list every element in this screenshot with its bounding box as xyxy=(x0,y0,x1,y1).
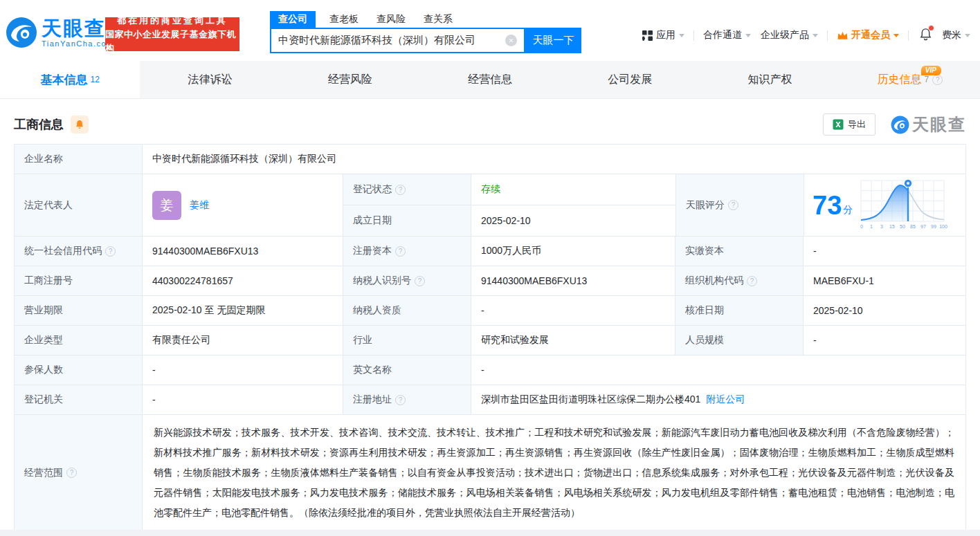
tab-operating-risk[interactable]: 经营风险 xyxy=(280,61,420,98)
help-icon[interactable] xyxy=(932,75,943,85)
search-input-wrap xyxy=(270,28,525,53)
chevron-down-icon xyxy=(745,34,751,37)
table-row: 统一社会信用代码 91440300MAEB6FXU13 注册资本 1000万人民… xyxy=(15,237,965,266)
tianyan-score-cell: 73 分 xyxy=(804,174,965,236)
table-row: 企业名称 中资时代新能源循环科技（深圳）有限公司 xyxy=(15,145,965,174)
svg-text:97: 97 xyxy=(920,224,926,229)
field-label: 登记机关 xyxy=(15,385,143,414)
tab-history-info[interactable]: VIP 历史信息 7 xyxy=(840,61,980,98)
nav-user-menu[interactable]: 费米 xyxy=(942,29,970,41)
help-icon[interactable] xyxy=(415,276,425,286)
avatar[interactable]: 姜 xyxy=(152,191,181,220)
top-bar: 天眼查 TianYanCha.com 都在用的商业查询工具 国家中小企业发展子基… xyxy=(0,0,980,61)
field-label: 营业期限 xyxy=(15,296,143,325)
table-row: 经营范围 新兴能源技术研发；技术服务、技术开发、技术咨询、技术交流、技术转让、技… xyxy=(15,415,965,530)
top-nav: 应用 合作通道 企业级产品 开通会员 xyxy=(642,28,970,43)
tab-basic-info[interactable]: 基本信息 12 xyxy=(0,61,140,98)
export-button[interactable]: 导出 xyxy=(823,113,875,136)
business-registration-table: 企业名称 中资时代新能源循环科技（深圳）有限公司 法定代表人 姜 姜维 登记状态 xyxy=(14,144,966,531)
chevron-down-icon xyxy=(813,34,818,37)
taxpayer-id-value: 91440300MAEB6FXU13 xyxy=(471,266,675,295)
divider xyxy=(827,30,828,41)
nearby-companies-link[interactable]: 附近公司 xyxy=(706,394,745,406)
divider xyxy=(908,30,909,41)
nav-partners[interactable]: 合作通道 xyxy=(703,29,751,41)
tianyancha-logo[interactable]: 天眼查 TianYanCha.com xyxy=(6,17,114,48)
tab-intellectual-property[interactable]: 知识产权 xyxy=(700,61,840,98)
svg-text:99: 99 xyxy=(931,224,936,229)
nav-apps-label: 应用 xyxy=(656,29,675,41)
tab-company-development[interactable]: 公司发展 xyxy=(560,61,700,98)
help-icon[interactable] xyxy=(395,185,406,195)
search-tab-risk[interactable]: 查风险 xyxy=(376,11,406,28)
tab-legal-litigation[interactable]: 法律诉讼 xyxy=(140,61,280,98)
registered-address-value: 深圳市盐田区盐田街道明珠社区综保二期办公楼401 xyxy=(481,394,700,406)
nav-partners-label: 合作通道 xyxy=(703,29,742,41)
help-icon[interactable] xyxy=(728,200,738,210)
uscc-value: 91440300MAEB6FXU13 xyxy=(143,237,343,266)
nav-enterprise[interactable]: 企业级产品 xyxy=(761,29,818,41)
svg-text:100: 100 xyxy=(939,224,947,229)
nav-open-vip[interactable]: 开通会员 xyxy=(837,29,899,41)
svg-text:85: 85 xyxy=(910,224,916,229)
registered-capital-value: 1000万人民币 xyxy=(471,237,675,266)
insured-count-value: - xyxy=(143,355,343,385)
apps-grid-icon xyxy=(642,30,653,41)
staff-size-value: - xyxy=(804,326,965,355)
search-button[interactable]: 天眼一下 xyxy=(525,28,581,53)
crown-icon xyxy=(837,30,849,41)
brand-name: 天眼查 xyxy=(42,18,114,39)
english-name-value: - xyxy=(471,355,965,385)
notifications-bell[interactable] xyxy=(919,28,932,43)
registration-authority-value: - xyxy=(143,385,343,414)
svg-text:0: 0 xyxy=(860,224,863,229)
score-curve-chart: 0 1 3 15 50 85 97 99 100 xyxy=(857,178,948,233)
tianyancha-company-page: 天眼查 TianYanCha.com 都在用的商业查询工具 国家中小企业发展子基… xyxy=(0,0,980,536)
nav-apps[interactable]: 应用 xyxy=(642,29,684,41)
help-icon[interactable] xyxy=(395,246,406,257)
watermark-logo-icon xyxy=(891,115,909,134)
help-icon[interactable] xyxy=(105,246,116,257)
field-label: 英文名称 xyxy=(343,355,471,385)
table-row: 登记机关 - 注册地址 深圳市盐田区盐田街道明珠社区综保二期办公楼401 附近公… xyxy=(15,385,965,415)
field-label: 成立日期 xyxy=(343,205,471,236)
search-block: 查公司 查老板 查风险 查关系 天眼一下 xyxy=(270,9,581,53)
field-label: 参保人数 xyxy=(15,355,143,385)
field-label: 天眼评分 xyxy=(676,174,804,236)
notification-dot xyxy=(929,26,934,30)
search-tab-company[interactable]: 查公司 xyxy=(270,11,316,28)
approval-date-value: 2025-02-10 xyxy=(804,296,965,325)
search-tab-relation[interactable]: 查关系 xyxy=(424,11,453,28)
company-type-value: 有限责任公司 xyxy=(143,326,343,355)
help-icon[interactable] xyxy=(395,395,406,405)
table-row: 工商注册号 440300224781657 纳税人识别号 91440300MAE… xyxy=(15,266,965,296)
field-label: 企业类型 xyxy=(15,326,143,355)
subscribe-bell-button[interactable] xyxy=(71,115,89,133)
page-bottom-divider xyxy=(0,530,980,536)
field-label: 核准日期 xyxy=(675,296,804,325)
search-tab-boss[interactable]: 查老板 xyxy=(329,11,359,28)
svg-text:15: 15 xyxy=(889,224,895,229)
legal-rep-cell: 姜 姜维 xyxy=(143,174,343,236)
watermark-text: 天眼查 xyxy=(912,113,966,136)
help-icon[interactable] xyxy=(66,468,77,478)
help-icon[interactable] xyxy=(747,276,757,286)
field-label: 人员规模 xyxy=(675,326,804,355)
tab-history-count: 7 xyxy=(924,75,929,84)
tab-basic-info-count: 12 xyxy=(90,75,99,84)
business-term-value: 2025-02-10 至 无固定期限 xyxy=(143,296,343,325)
search-input[interactable] xyxy=(278,35,505,46)
section-header: 工商信息 导出 xyxy=(14,112,966,137)
table-row: 企业类型 有限责任公司 行业 研究和试验发展 人员规模 - xyxy=(15,326,965,355)
clear-search-icon[interactable] xyxy=(505,35,517,46)
divider xyxy=(693,30,694,41)
legal-rep-link[interactable]: 姜维 xyxy=(190,199,209,212)
field-label: 统一社会信用代码 xyxy=(15,237,143,266)
table-row: 法定代表人 姜 姜维 登记状态 存续 成立日期 2025- xyxy=(15,174,965,237)
field-label: 行业 xyxy=(343,326,471,355)
field-label: 实缴资本 xyxy=(675,237,804,266)
tab-business-info[interactable]: 经营信息 xyxy=(420,61,560,98)
nav-username: 费米 xyxy=(942,29,961,41)
promo-line1: 都在用的商业查询工具 xyxy=(117,14,228,28)
company-name-value: 中资时代新能源循环科技（深圳）有限公司 xyxy=(143,145,965,174)
